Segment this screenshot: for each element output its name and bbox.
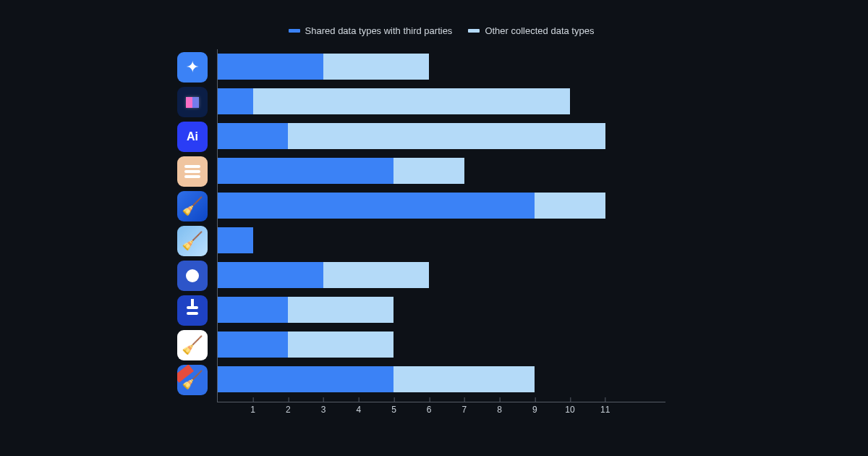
x-tick: 5 bbox=[391, 405, 396, 415]
bar-segment-other bbox=[288, 123, 605, 149]
stacked-bar bbox=[218, 88, 570, 114]
recycle-icon bbox=[177, 87, 208, 117]
x-tick: 7 bbox=[462, 405, 467, 415]
chart-row bbox=[218, 258, 665, 292]
x-tick: 8 bbox=[497, 405, 502, 415]
bar-segment-shared bbox=[218, 332, 288, 358]
bar-segment-shared bbox=[218, 193, 535, 219]
stacked-bar bbox=[218, 123, 605, 149]
chart-row bbox=[218, 292, 665, 327]
stacked-bar bbox=[218, 262, 429, 288]
bar-segment-shared bbox=[218, 88, 253, 114]
bar-segment-other bbox=[288, 332, 393, 358]
broom-white-icon: 🧹 bbox=[177, 330, 208, 360]
x-tick: 3 bbox=[321, 405, 326, 415]
stacked-bar bbox=[218, 332, 393, 358]
stacked-bar bbox=[218, 193, 605, 219]
legend: Shared data types with third parties Oth… bbox=[217, 25, 665, 36]
x-tick: 1 bbox=[250, 405, 255, 415]
stacked-bar bbox=[218, 54, 429, 80]
chart-row: Ai bbox=[218, 119, 665, 153]
legend-swatch-shared bbox=[289, 29, 300, 33]
brush-icon bbox=[177, 295, 208, 326]
stacked-bar bbox=[218, 366, 535, 392]
x-tick: 2 bbox=[286, 405, 291, 415]
bar-segment-other bbox=[323, 262, 429, 288]
broom-banner-icon: 🧹 bbox=[177, 365, 208, 395]
legend-label-shared: Shared data types with third parties bbox=[305, 25, 453, 36]
bar-segment-shared bbox=[218, 366, 393, 392]
bar-segment-shared bbox=[218, 123, 288, 149]
bar-segment-shared bbox=[218, 158, 393, 184]
plot-area: 1234567891011 Ai🧹🧹🧹🧹 bbox=[217, 49, 665, 402]
robot-icon bbox=[177, 261, 208, 291]
bar-segment-shared bbox=[218, 227, 253, 253]
stacked-bar bbox=[218, 158, 464, 184]
chart-row: 🧹 bbox=[218, 223, 665, 258]
legend-item-other: Other collected data types bbox=[468, 25, 594, 36]
chart-row: 🧹 bbox=[218, 327, 665, 362]
legend-label-other: Other collected data types bbox=[485, 25, 594, 36]
bar-segment-other bbox=[535, 193, 605, 219]
x-tick: 6 bbox=[427, 405, 432, 415]
x-tick: 11 bbox=[600, 405, 610, 415]
stacked-bar bbox=[218, 297, 393, 323]
bar-segment-other bbox=[393, 158, 464, 184]
bar-segment-shared bbox=[218, 262, 323, 288]
chart-row bbox=[218, 84, 665, 119]
stack-icon bbox=[177, 156, 208, 187]
chart-row: 🧹 bbox=[218, 362, 665, 397]
sparkle-icon bbox=[177, 52, 208, 83]
bar-segment-other bbox=[393, 366, 535, 392]
broom-icon: 🧹 bbox=[177, 191, 208, 221]
legend-item-shared: Shared data types with third parties bbox=[289, 25, 453, 36]
x-tick: 9 bbox=[532, 405, 537, 415]
stacked-bar bbox=[218, 227, 253, 253]
ai-icon: Ai bbox=[177, 122, 208, 152]
chart-container: Shared data types with third parties Oth… bbox=[217, 25, 665, 402]
x-axis: 1234567891011 bbox=[218, 405, 665, 419]
chart-row bbox=[218, 153, 665, 188]
bar-segment-shared bbox=[218, 54, 323, 80]
broom-light-icon: 🧹 bbox=[177, 226, 208, 256]
bar-segment-other bbox=[288, 297, 393, 323]
bar-segment-shared bbox=[218, 297, 288, 323]
x-tick: 10 bbox=[565, 405, 574, 415]
chart-row: 🧹 bbox=[218, 188, 665, 223]
legend-swatch-other bbox=[468, 29, 480, 33]
bar-segment-other bbox=[323, 54, 429, 80]
x-tick: 4 bbox=[356, 405, 361, 415]
chart-row bbox=[218, 49, 665, 84]
bar-segment-other bbox=[253, 88, 570, 114]
